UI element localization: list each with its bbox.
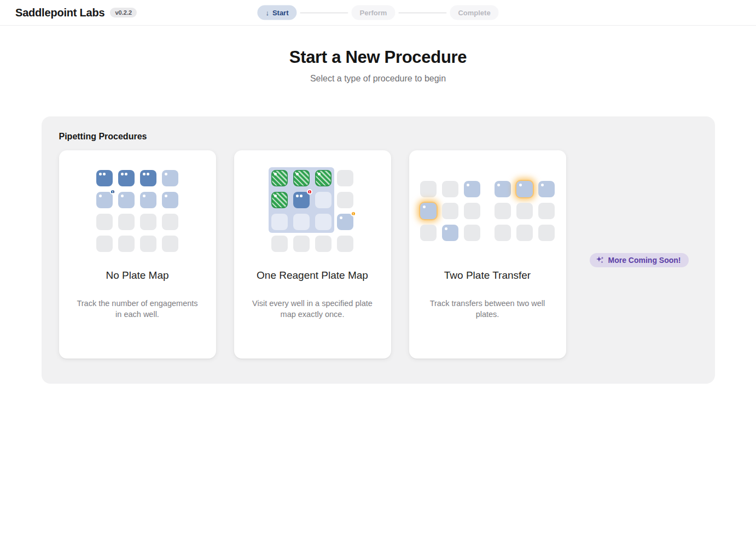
card-description: Track the number of engagements in each …: [59, 298, 216, 320]
engagement-dot: [147, 173, 149, 175]
well-faint: [315, 214, 332, 230]
well-strong: !: [293, 192, 310, 208]
well-light: 1: [96, 192, 113, 208]
engagement-dot: [121, 173, 124, 175]
card-description: Visit every well in a specified plate ma…: [234, 298, 391, 320]
engagement-dot: [445, 227, 447, 230]
well-light: !: [337, 214, 353, 230]
step-perform-label: Perform: [360, 9, 387, 17]
well-grid: !!: [271, 170, 353, 252]
well-empty: [495, 203, 511, 219]
plate-preview: [420, 170, 555, 252]
well-empty: [162, 214, 178, 230]
well-empty: [538, 203, 555, 219]
well-empty: [337, 170, 353, 186]
engagement-dot: [467, 184, 469, 186]
well-empty: [464, 225, 480, 241]
engagement-dot: [274, 173, 277, 175]
well-empty: [337, 236, 353, 252]
pipetting-procedures-panel: Pipetting Procedures 1 No Plate Map Trac…: [42, 116, 715, 384]
well-empty: [96, 214, 113, 230]
well-empty: [140, 214, 156, 230]
well-strong: [140, 170, 156, 186]
well-empty: [337, 192, 353, 208]
plate-preview: !!: [271, 170, 353, 252]
card-title: Two Plate Transfer: [444, 269, 531, 281]
procedure-card-no-plate-map[interactable]: 1 No Plate Map Track the number of engag…: [59, 150, 216, 359]
engagement-dot: [143, 173, 146, 175]
well-empty: [271, 236, 288, 252]
engagement-dot: [519, 184, 522, 186]
engagement-dot: [103, 173, 106, 175]
more-coming-soon-label: More Coming Soon!: [608, 256, 681, 265]
stepper: ↓ Start Perform Complete: [257, 5, 498, 20]
well-light: [538, 181, 555, 197]
page-title: Start a New Procedure: [0, 48, 756, 67]
well-light: [464, 181, 480, 197]
engagement-dot: [143, 195, 146, 197]
engagement-dot: [296, 173, 299, 175]
well-grid: [420, 181, 480, 241]
well-empty: [293, 236, 310, 252]
well-light: [162, 192, 178, 208]
engagement-dot: [125, 173, 127, 175]
app-header: Saddlepoint Labs v0.2.2 ↓ Start Perform …: [0, 0, 756, 26]
step-perform: Perform: [352, 5, 396, 20]
step-complete-label: Complete: [458, 9, 490, 17]
well-badge-error: !: [307, 189, 312, 195]
well-badge-warn: !: [351, 211, 356, 216]
procedure-card-two-plate-transfer[interactable]: Two Plate Transfer Track transfers betwe…: [409, 150, 566, 359]
well-empty: [538, 225, 555, 241]
more-coming-soon-badge: More Coming Soon!: [590, 253, 689, 267]
arrow-down-icon: ↓: [265, 9, 269, 16]
sparkles-icon: [596, 256, 604, 265]
well-empty: [118, 236, 135, 252]
engagement-dot: [99, 195, 102, 197]
well-empty: [442, 203, 458, 219]
engagement-dot: [274, 195, 277, 197]
engagement-dot: [121, 195, 124, 197]
engagement-dot: [165, 173, 167, 175]
engagement-dot: [497, 184, 500, 186]
engagement-dot: [318, 173, 321, 175]
well-light: [442, 225, 458, 241]
well-green: [315, 170, 332, 186]
well-light: [420, 203, 437, 219]
well-grid: [495, 181, 555, 241]
page-subtitle: Select a type of procedure to begin: [0, 74, 756, 84]
well-empty: [118, 214, 135, 230]
card-title: No Plate Map: [106, 269, 168, 281]
engagement-dot: [165, 195, 167, 197]
card-description: Track transfers between two well plates.: [409, 298, 566, 320]
engagement-dot: [541, 184, 544, 186]
engagement-dot: [99, 173, 102, 175]
well-empty: [96, 236, 113, 252]
well-empty: [516, 225, 533, 241]
well-empty: [420, 181, 437, 197]
well-faint: [293, 214, 310, 230]
well-light: [118, 192, 135, 208]
plate-preview: 1: [96, 170, 178, 252]
section-title: Pipetting Procedures: [59, 132, 697, 142]
well-empty: [516, 203, 533, 219]
well-empty: [464, 203, 480, 219]
well-faint: [315, 192, 332, 208]
well-faint: [271, 214, 288, 230]
step-start-label: Start: [272, 9, 289, 17]
well-light: [495, 181, 511, 197]
step-complete: Complete: [450, 5, 498, 20]
engagement-dot: [340, 216, 342, 219]
well-empty: [140, 236, 156, 252]
version-badge: v0.2.2: [110, 8, 137, 17]
well-empty: [315, 236, 332, 252]
procedure-card-one-reagent-plate-map[interactable]: !! One Reagent Plate Map Visit every wel…: [234, 150, 391, 359]
well-strong: [118, 170, 135, 186]
well-light: [516, 181, 533, 197]
well-strong: [96, 170, 113, 186]
step-start[interactable]: ↓ Start: [257, 5, 296, 20]
engagement-dot: [423, 206, 426, 208]
well-empty: [162, 236, 178, 252]
engagement-dot: [300, 195, 303, 197]
step-connector: [398, 12, 446, 13]
well-light: [162, 170, 178, 186]
